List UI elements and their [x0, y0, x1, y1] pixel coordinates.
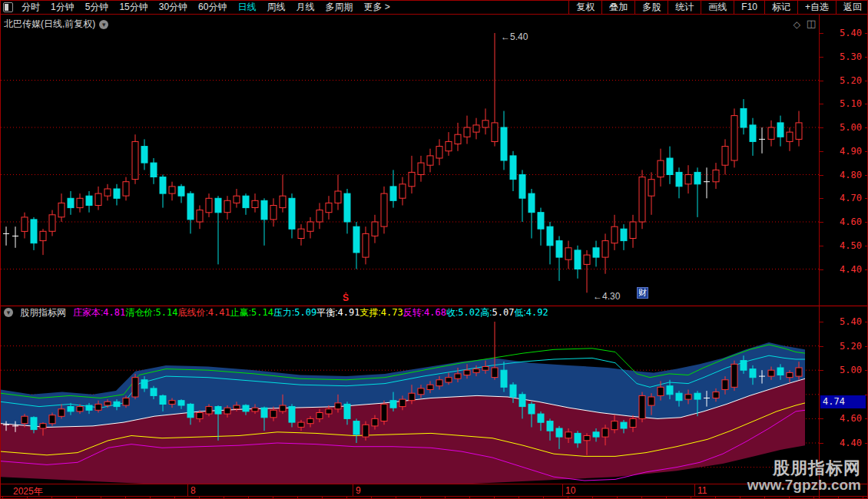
tool-item-1[interactable]: 叠加	[601, 1, 634, 14]
axis-tick	[820, 443, 823, 444]
current-price-tag: 4.74	[820, 395, 866, 408]
axis-label: 5.10	[840, 98, 862, 109]
axis-edge-tick	[865, 127, 868, 128]
date-label-3: 10	[565, 485, 575, 496]
indicator-item-label: 支撑:	[360, 306, 381, 319]
indicator-item-value: 4.92	[526, 307, 548, 318]
axis-edge-tick	[865, 175, 868, 176]
indicator-item-label: 低:	[515, 306, 526, 319]
period-item-7[interactable]: 周线	[267, 1, 285, 14]
axis-tick	[820, 57, 823, 58]
axis-tick	[820, 269, 823, 270]
indicator-item-value: 5.14	[156, 307, 178, 318]
axis-label: 4.80	[840, 170, 862, 180]
layout-split-icon[interactable]	[3, 2, 13, 12]
axis-label: 5.40	[840, 28, 862, 38]
axis-label: 4.40	[840, 264, 862, 275]
period-item-0[interactable]: 分时	[22, 1, 40, 14]
tool-item-2[interactable]: 多股	[634, 1, 668, 14]
indicator-item-label: 反转:	[403, 306, 424, 319]
axis-tick	[820, 198, 823, 199]
indicator-item-7: 反转: 4.68	[403, 307, 446, 318]
indicator-item-4: 压力: 5.09	[273, 307, 316, 318]
event-marker-1: 财	[637, 287, 648, 299]
axis-tick	[820, 33, 823, 34]
indicator-item-1: 清仓价: 5.14	[125, 307, 177, 318]
period-item-2[interactable]: 5分钟	[85, 1, 109, 14]
price-annotation: ←4.30	[593, 291, 621, 302]
axis-label: 5.20	[840, 341, 862, 352]
axis-tick	[820, 418, 823, 419]
axis-edge-tick	[865, 81, 868, 81]
axis-tick	[820, 127, 823, 128]
indicator-values: 庄家本: 4.81清仓价: 5.14底线价: 4.41止赢: 5.14压力: 5…	[73, 306, 548, 319]
month-separator	[694, 484, 695, 496]
price-axis[interactable]: 5.405.305.205.105.004.904.804.704.604.50…	[819, 15, 868, 499]
watermark-url: www.7gpzb.com	[747, 478, 861, 493]
date-label-1: 8	[190, 485, 196, 496]
period-item-8[interactable]: 月线	[296, 1, 314, 14]
period-menu: 分时1分钟5分钟15分钟30分钟60分钟日线周线月线多周期更多 >	[22, 1, 390, 14]
indicator-item-label: 压力:	[273, 306, 294, 319]
indicator-item-value: 5.02	[458, 307, 480, 318]
axis-edge-tick	[865, 395, 868, 395]
tool-item-7[interactable]: +自选	[797, 1, 836, 14]
indicator-item-value: 5.14	[251, 307, 273, 318]
watermark-site-name: 股朋指标网	[747, 460, 861, 478]
axis-tick	[820, 370, 823, 371]
axis-label: 4.60	[840, 413, 862, 424]
chart-title-row: 北巴传媒(日线,前复权) ▾	[4, 18, 108, 31]
main-candles-svg: ←5.40←4.30	[1, 15, 819, 306]
indicator-item-label: 平衡:	[316, 306, 337, 319]
month-separator	[353, 484, 353, 496]
indicator-item-value: 5.09	[294, 307, 316, 318]
chevron-down-icon[interactable]: ▾	[4, 308, 13, 317]
axis-label: 4.60	[840, 216, 862, 227]
axis-edge-tick	[865, 418, 868, 419]
period-item-1[interactable]: 1分钟	[51, 1, 75, 14]
app-window: 分时1分钟5分钟15分钟30分钟60分钟日线周线月线多周期更多 > 复权叠加多股…	[0, 0, 868, 499]
period-item-9[interactable]: 多周期	[325, 1, 353, 14]
indicator-item-value: 4.41	[208, 307, 230, 318]
axis-tick	[820, 151, 823, 152]
axis-edge-tick	[865, 246, 868, 246]
indicator-item-label: 高:	[480, 306, 492, 319]
main-chart[interactable]: ←5.40←4.30 北巴传媒(日线,前复权) ▾ ◇ ◫ Ṡ财	[1, 15, 819, 306]
tool-item-8[interactable]: 返回	[836, 1, 868, 14]
period-item-6[interactable]: 日线	[237, 1, 256, 14]
indicator-item-5: 平衡: 4.91	[316, 307, 359, 318]
window-split-icon[interactable]: ◫	[807, 18, 816, 29]
indicator-item-value: 4.73	[381, 307, 403, 318]
indicator-chart[interactable]	[1, 319, 819, 484]
tool-item-5[interactable]: F10	[734, 1, 764, 14]
axis-label: 5.00	[840, 365, 862, 375]
indicator-item-0: 庄家本: 4.81	[73, 307, 125, 318]
indicator-item-label: 清仓价:	[125, 306, 155, 319]
indicator-item-8: 收: 5.02	[446, 307, 480, 318]
axis-edge-tick	[865, 222, 868, 223]
indicator-item-3: 止赢: 5.14	[230, 307, 273, 318]
period-item-10[interactable]: 更多 >	[363, 1, 389, 14]
indicator-item-label: 止赢:	[230, 306, 251, 319]
axis-edge-tick	[865, 269, 868, 270]
period-item-4[interactable]: 30分钟	[159, 1, 187, 14]
period-item-5[interactable]: 60分钟	[198, 1, 227, 14]
indicator-item-9: 高: 5.07	[480, 307, 514, 318]
axis-label: 4.90	[840, 146, 862, 157]
indicator-svg	[1, 319, 819, 484]
indicator-item-10: 低: 4.92	[515, 307, 548, 318]
indicator-source-label: 股朋指标网	[20, 306, 66, 319]
date-axis[interactable]: 2025年891011	[1, 484, 868, 497]
chevron-down-icon[interactable]: ▾	[99, 20, 108, 29]
tool-item-6[interactable]: 标记	[764, 1, 797, 14]
tool-item-4[interactable]: 画线	[701, 1, 734, 14]
period-item-3[interactable]: 15分钟	[119, 1, 147, 14]
axis-tick	[820, 81, 823, 81]
axis-label: 4.50	[840, 240, 862, 251]
axis-tick	[820, 175, 823, 176]
indicator-item-2: 底线价: 4.41	[178, 307, 230, 318]
tool-item-3[interactable]: 统计	[668, 1, 701, 14]
tool-item-0[interactable]: 复权	[568, 1, 601, 14]
diamond-icon[interactable]: ◇	[793, 19, 800, 30]
axis-edge-tick	[865, 104, 868, 104]
